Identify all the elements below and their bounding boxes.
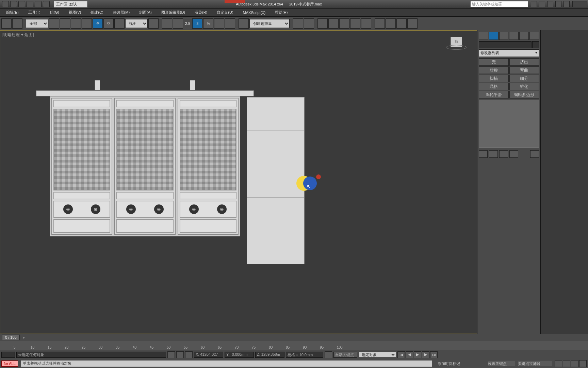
select-scale-button[interactable] — [114, 18, 125, 29]
viewport-front[interactable]: [明暗处理 + 边面] 前 ⊕⊕ ⊕⊕ — [0, 30, 477, 334]
viewcube[interactable]: 前 — [446, 37, 467, 54]
schematic-view-button[interactable] — [350, 18, 360, 29]
favorites-icon[interactable] — [555, 1, 561, 7]
select-by-name-button[interactable] — [60, 18, 70, 29]
material-editor-button[interactable] — [361, 18, 371, 29]
help-search-input[interactable] — [470, 1, 528, 7]
modifier-editpoly-button[interactable]: 编辑多边形 — [509, 91, 539, 98]
spinner-snap-button[interactable] — [225, 18, 235, 29]
render-production-button[interactable] — [396, 18, 407, 29]
qat-more-button[interactable] — [43, 1, 50, 7]
modifier-shell-button[interactable]: 壳 — [479, 58, 509, 66]
setkey-button[interactable]: 设置关键点 — [488, 361, 515, 366]
script-listener-mini[interactable] — [1, 352, 15, 358]
y-coord-field[interactable]: Y: -0.000mm — [225, 352, 254, 358]
viewcube-compass[interactable] — [446, 45, 467, 50]
workspace-selector[interactable]: 工作区: 默认 — [54, 1, 87, 7]
keyboard-shortcut-button[interactable] — [173, 18, 183, 29]
menu-help[interactable]: 帮助(H) — [270, 9, 292, 16]
select-rotate-button[interactable]: ⟳ — [103, 18, 114, 29]
snap-toggle-button[interactable]: 3 — [192, 18, 202, 29]
menu-grapheditors[interactable]: 图形编辑器(D) — [157, 9, 190, 16]
model-door-assembly[interactable]: ⊕⊕ ⊕⊕ ⊕⊕ — [36, 80, 254, 236]
absolute-mode-button[interactable] — [176, 351, 184, 358]
menu-tools[interactable]: 工具(T) — [23, 9, 45, 16]
curve-editor-button[interactable] — [339, 18, 349, 29]
menu-edit[interactable]: 编辑(E) — [1, 9, 23, 16]
add-time-tag[interactable]: 添加时间标记 — [438, 361, 485, 366]
select-region-button[interactable] — [71, 18, 81, 29]
select-object-button[interactable] — [49, 18, 59, 29]
utilities-tab[interactable] — [529, 32, 539, 40]
menu-rendering[interactable]: 渲染(R) — [190, 9, 212, 16]
modifier-list-dropdown[interactable]: 修改器列表▾ — [479, 49, 539, 57]
menu-customize[interactable]: 自定义(U) — [212, 9, 238, 16]
modifier-bend-button[interactable]: 弯曲 — [509, 66, 539, 74]
select-move-button[interactable]: ✥ — [93, 18, 103, 29]
modifier-extrude-button[interactable]: 挤出 — [509, 58, 539, 66]
menu-modifiers[interactable]: 修改器(M) — [108, 9, 135, 16]
menu-create[interactable]: 创建(C) — [86, 9, 108, 16]
save-button[interactable] — [10, 1, 17, 7]
create-tab[interactable] — [479, 32, 488, 40]
named-selection-dropdown[interactable]: 创建选择集 — [249, 19, 290, 28]
selection-lock-button[interactable] — [167, 351, 175, 358]
layer-manager-button[interactable] — [317, 18, 328, 29]
percent-snap-button[interactable] — [214, 18, 224, 29]
autokey-button[interactable]: 自动关键点 — [333, 352, 357, 358]
select-manipulate-button[interactable] — [162, 18, 172, 29]
modifier-taper-button[interactable]: 锥化 — [509, 83, 539, 90]
search-icon[interactable] — [531, 1, 537, 7]
nav-orbit-button[interactable] — [563, 360, 570, 367]
goto-start-button[interactable]: ⏮ — [397, 351, 405, 358]
time-slider-handle[interactable]: 0 / 100 — [2, 335, 20, 340]
undo-button[interactable] — [18, 1, 25, 7]
signin-button[interactable] — [539, 1, 545, 7]
rendered-frame-button[interactable] — [386, 18, 396, 29]
modifier-turbosmooth-button[interactable]: 涡轮平滑 — [479, 91, 509, 98]
object-name-input[interactable] — [479, 41, 532, 48]
menu-maxscript[interactable]: MAXScript(X) — [238, 10, 271, 16]
remove-modifier-button[interactable] — [509, 150, 518, 158]
nav-pan-button[interactable] — [555, 360, 562, 367]
modifier-sweep-button[interactable]: 扫描 — [479, 75, 509, 82]
modifier-lattice-button[interactable]: 晶格 — [479, 83, 509, 90]
edit-named-sel-button[interactable] — [239, 18, 249, 29]
angle-snap-button[interactable]: % — [203, 18, 213, 29]
modify-tab[interactable] — [489, 32, 499, 40]
help-icon[interactable] — [564, 1, 570, 7]
show-end-result-button[interactable] — [489, 150, 498, 158]
selection-filter-dropdown[interactable]: 全部 — [26, 19, 48, 28]
modifier-subdivide-button[interactable]: 细分 — [509, 75, 539, 82]
link-button[interactable] — [35, 1, 42, 7]
unlink-button[interactable] — [12, 18, 22, 29]
configure-sets-button[interactable] — [530, 150, 539, 158]
mirror-button[interactable] — [293, 18, 303, 29]
exchange-button[interactable] — [547, 1, 553, 7]
make-unique-button[interactable] — [499, 150, 508, 158]
select-link-button[interactable] — [1, 18, 12, 29]
model-side-slab[interactable] — [247, 97, 305, 264]
next-frame-button[interactable]: ▶ — [422, 351, 429, 358]
menu-views[interactable]: 视图(V) — [64, 9, 86, 16]
viewport-label[interactable]: [明暗处理 + 边面] — [2, 32, 34, 38]
key-filters-dropdown[interactable]: 选定对象 — [359, 352, 396, 358]
render-setup-button[interactable] — [375, 18, 385, 29]
isolate-button[interactable] — [325, 351, 332, 358]
modifier-symmetry-button[interactable]: 对称 — [479, 66, 509, 74]
graphite-toggle-button[interactable] — [328, 18, 339, 29]
play-button[interactable]: ▶ — [414, 351, 421, 358]
pin-stack-button[interactable] — [479, 150, 488, 158]
menu-animation[interactable]: 剖面(A) — [134, 9, 157, 16]
use-pivot-center-button[interactable] — [148, 18, 159, 29]
transform-type-button[interactable] — [185, 351, 193, 358]
prev-frame-button[interactable]: ◀ — [406, 351, 413, 358]
minimize-button[interactable] — [572, 1, 587, 7]
window-crossing-button[interactable] — [82, 18, 92, 29]
modifier-stack[interactable] — [479, 100, 539, 148]
display-tab[interactable] — [519, 32, 529, 40]
motion-tab[interactable] — [509, 32, 519, 40]
object-color-swatch[interactable] — [532, 41, 539, 48]
app-menu-button[interactable] — [2, 1, 9, 7]
timeline-ruler[interactable]: 5101520253035404550556065707580859095100 — [0, 341, 588, 350]
